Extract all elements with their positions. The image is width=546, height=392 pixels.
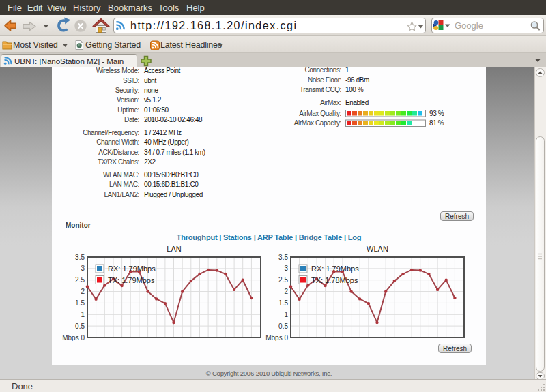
svg-text:1: 1 [284,311,288,318]
svg-text:TX: 1.79Mbps: TX: 1.79Mbps [108,276,155,284]
svg-text:3: 3 [81,265,85,272]
svg-text:TX: 1.78Mbps: TX: 1.78Mbps [311,276,358,284]
svg-text:1.5: 1.5 [278,299,288,307]
svg-text:2: 2 [81,288,85,295]
svg-text:3.5: 3.5 [278,254,288,261]
svg-text:1: 1 [81,311,85,318]
svg-text:2: 2 [284,288,288,295]
svg-text:RX: 1.79Mbps: RX: 1.79Mbps [108,265,156,273]
svg-text:Mbps 0: Mbps 0 [265,334,288,342]
svg-text:3.5: 3.5 [75,254,85,261]
svg-text:0.5: 0.5 [75,322,85,330]
svg-text:RX: 1.79Mbps: RX: 1.79Mbps [311,265,359,273]
svg-text:2.5: 2.5 [75,276,85,284]
svg-text:1.5: 1.5 [75,299,85,307]
svg-text:Mbps 0: Mbps 0 [62,334,85,342]
svg-text:0.5: 0.5 [278,322,288,330]
svg-text:2.5: 2.5 [278,276,288,284]
svg-text:3: 3 [284,265,288,272]
